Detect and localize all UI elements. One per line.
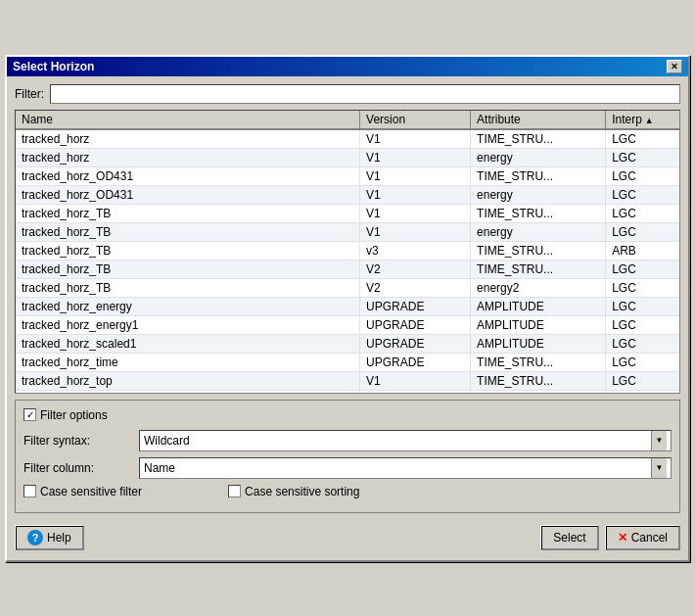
table-row[interactable]: tracked_horz_TBV1energyLGC [16,222,679,241]
cell-attribute: TIME_STRU... [471,166,606,185]
cancel-icon: ✕ [618,531,627,545]
close-button[interactable]: ✕ [667,60,682,73]
titlebar: Select Horizon ✕ [7,57,688,76]
right-buttons: Select ✕ Cancel [540,525,680,550]
table-row[interactable]: tracked_horz_timeUPGRADETIME_STRU...LGC [16,353,679,371]
filter-column-arrow-icon: ▼ [651,458,667,478]
case-sensitive-sorting-label[interactable]: Case sensitive sorting [228,485,359,498]
cell-interp: LGC [606,148,679,166]
cell-interp: LGC [606,185,679,204]
cell-version: V1 [360,204,471,222]
cell-version: V1 [360,371,471,390]
table-row[interactable]: tracked_horz_energy1UPGRADEAMPLITUDELGC [16,315,679,334]
table-row[interactable]: tracked_horz_topV1TIME_STRU...LGC [16,371,679,390]
col-header-interp[interactable]: Interp▲ [606,111,679,129]
col-header-version[interactable]: Version [360,111,471,129]
table-header-row: Name Version Attribute Interp▲ [16,111,679,129]
table-row[interactable]: tracked_horz_scaled1UPGRADEAMPLITUDELGC [16,334,679,353]
cell-interp: LGC [606,371,679,390]
cell-version: UPGRADE [360,334,471,353]
filter-syntax-arrow-icon: ▼ [651,431,667,450]
col-header-name[interactable]: Name [16,111,360,129]
cell-version: V1 [360,222,471,241]
cancel-button[interactable]: ✕ Cancel [605,525,680,550]
select-button[interactable]: Select [540,525,598,550]
titlebar-buttons: ✕ [667,60,682,73]
filter-options-panel: Filter options Filter syntax: Wildcard ▼… [15,400,680,513]
table-row[interactable]: tracked_horzV1TIME_STRU...LGC [16,129,679,149]
cell-attribute: energy [471,222,606,241]
cell-version: UPGRADE [360,353,471,371]
filter-syntax-select[interactable]: Wildcard ▼ [139,430,672,451]
cell-name: tracked_horz_energy [16,297,360,315]
case-sensitive-filter-label[interactable]: Case sensitive filter [23,485,142,498]
filter-label: Filter: [15,87,44,101]
cell-interp: LGC [606,278,679,297]
cell-name: tracked_horz_TB [16,222,360,241]
filter-column-label: Filter column: [23,461,131,475]
filter-options-label: Filter options [40,408,108,422]
cell-version: V2 [360,260,471,278]
checkboxes-row: Case sensitive filter Case sensitive sor… [23,485,672,498]
table-row[interactable]: tracked_horz_TBv3TIME_STRU...ARB [16,241,679,260]
table-body: tracked_horzV1TIME_STRU...LGCtracked_hor… [16,129,679,394]
cell-name: tracked_horz [16,148,360,166]
filter-row: Filter: [15,84,680,104]
cancel-label: Cancel [631,531,668,545]
cell-attribute: energy [471,185,606,204]
cell-name: tracked_horz_time [16,353,360,371]
cell-interp: LGC [606,390,679,394]
cell-interp: LGC [606,353,679,371]
table-row[interactable]: tracked_horz_TBV1TIME_STRU...LGC [16,204,679,222]
select-label: Select [553,531,585,545]
cell-interp: LGC [606,315,679,334]
cell-version: V1 [360,166,471,185]
case-sensitive-sorting-text: Case sensitive sorting [245,485,359,498]
cell-interp: LGC [606,204,679,222]
filter-syntax-label: Filter syntax: [23,434,131,448]
filter-input[interactable] [50,84,680,104]
cell-version: V1 [360,129,471,149]
cell-attribute: TIME_STRU... [471,204,606,222]
filter-options-header: Filter options [23,408,672,422]
table-row[interactable]: tracked_horz_TBV2energy2LGC [16,278,679,297]
cell-interp: LGC [606,260,679,278]
filter-column-select[interactable]: Name ▼ [139,457,672,479]
cell-name: tracked_horz [16,129,360,149]
cell-attribute: AMPLITUDE [471,297,606,315]
filter-column-value: Name [144,461,651,475]
help-button[interactable]: ? Help [15,525,84,550]
table-row[interactable]: tracked_horz_TBV2TIME_STRU...LGC [16,260,679,278]
cell-name: tracked_horz_TB [16,241,360,260]
cell-version: V1 [360,148,471,166]
case-sensitive-filter-checkbox[interactable] [23,485,36,498]
cell-name: tracked_horz_scaled1 [16,334,360,353]
sort-arrow-icon: ▲ [645,116,654,125]
case-sensitive-sorting-checkbox[interactable] [228,485,241,498]
cell-attribute: AMPLITUDE [471,315,606,334]
cell-name: tracked_horz_OD431 [16,185,360,204]
table-row[interactable]: tracked_horz_energyUPGRADEAMPLITUDELGC [16,297,679,315]
table-row[interactable]: tracked_horz_OD431V1TIME_STRU...LGC [16,166,679,185]
cell-attribute: energy2 [471,278,606,297]
dialog-title: Select Horizon [13,60,94,73]
filter-options-checkbox[interactable] [23,408,36,421]
filter-syntax-row: Filter syntax: Wildcard ▼ [23,430,672,451]
table-row[interactable]: tracked_horz_OD431V1energyLGC [16,185,679,204]
help-label: Help [47,531,71,545]
cell-attribute: TIME_STRU... [471,260,606,278]
cell-attribute: TIME_STRU... [471,241,606,260]
cell-name: tracked_horz_TB [16,278,360,297]
table-row[interactable]: tracked_horz_topV1energyLGC [16,390,679,394]
cell-name: tracked_horz_energy1 [16,315,360,334]
table-row[interactable]: tracked_horzV1energyLGC [16,148,679,166]
cell-interp: LGC [606,129,679,149]
case-sensitive-filter-text: Case sensitive filter [40,485,142,498]
cell-interp: LGC [606,297,679,315]
cell-attribute: TIME_STRU... [471,371,606,390]
cell-name: tracked_horz_TB [16,260,360,278]
table-container[interactable]: Name Version Attribute Interp▲ tracked_h… [15,110,680,394]
filter-column-row: Filter column: Name ▼ [23,457,672,479]
cell-attribute: AMPLITUDE [471,334,606,353]
col-header-attribute[interactable]: Attribute [471,111,606,129]
